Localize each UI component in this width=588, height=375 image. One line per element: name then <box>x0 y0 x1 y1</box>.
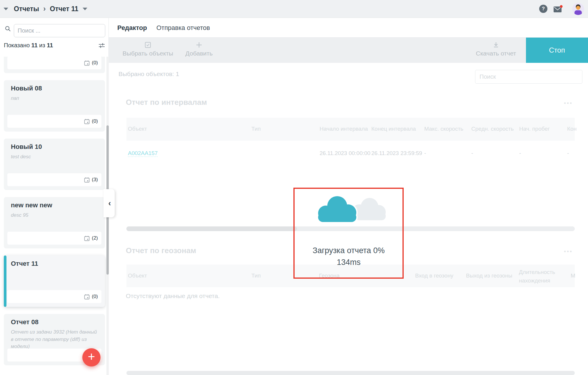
mail-icon <box>553 5 563 13</box>
select-objects-button[interactable]: Выбрать объекты <box>120 41 176 57</box>
column-header: Длительность нахождения <box>519 268 563 285</box>
column-header: Тип <box>251 273 261 279</box>
collapse-sidebar-button[interactable]: ‹ <box>103 189 115 217</box>
date-range-bar[interactable]: (0) <box>7 115 101 128</box>
add-label: Добавить <box>186 50 213 57</box>
column-header: Вход в геозону <box>415 273 453 279</box>
tab-bar: Редактор Отправка отчетов <box>109 18 588 38</box>
date-range-bar[interactable]: (2) <box>7 232 101 245</box>
filter-icon[interactable] <box>98 43 105 48</box>
selected-objects-info: Выбрано объектов: 1 <box>118 70 179 78</box>
table-search-input[interactable] <box>475 70 582 84</box>
main-panel: Редактор Отправка отчетов Выбрать объект… <box>109 18 588 375</box>
horizontal-scrollbar[interactable] <box>126 371 575 375</box>
shown-counter-row: Показано 11 из 11 <box>4 42 105 49</box>
question-icon: ? <box>542 6 545 12</box>
report-card[interactable]: Новый 08 пап (0) <box>4 80 105 132</box>
column-header: Начало интервала <box>320 126 368 132</box>
stop-label: Стоп <box>549 46 565 54</box>
plus-icon <box>196 41 203 48</box>
report-card-desc: Отчет из задачи 3932 (Нет данный в отчет… <box>11 329 100 350</box>
menu-caret-icon[interactable] <box>4 8 8 10</box>
calendar-icon <box>84 236 90 241</box>
report-card-selected[interactable]: Отчет 11 (0) <box>4 255 105 307</box>
notifications-button[interactable] <box>553 5 563 13</box>
report-card-list: (0) Новый 08 пап (0) Новый 10 <box>0 57 108 375</box>
report-card-desc: desc 95 <box>11 212 100 219</box>
empty-data-message: Отсутствуют данные для отчета. <box>126 292 220 300</box>
unread-badge <box>560 5 563 8</box>
calendar-icon <box>84 60 90 66</box>
intervals-section-title: Отчет по интервалам <box>126 98 207 107</box>
user-avatar[interactable] <box>572 3 584 15</box>
report-card[interactable]: Новый 10 test desc (3) <box>4 139 105 190</box>
help-button[interactable]: ? <box>539 5 547 13</box>
add-report-fab[interactable]: + <box>82 348 101 366</box>
period-count: (0) <box>92 60 98 66</box>
report-card-title: Отчет 11 <box>11 260 38 268</box>
breadcrumb-current-report[interactable]: Отчет 11 <box>50 5 78 13</box>
stop-button[interactable]: Стоп <box>526 38 588 63</box>
geozones-menu-icon[interactable]: ••• <box>564 248 573 255</box>
table-row: A002AA157 26.11.2023 00:00:00 26.11.2023… <box>126 141 575 167</box>
table-cell: - <box>471 150 473 157</box>
object-link[interactable]: A002AA157 <box>128 150 158 157</box>
column-header: Тип <box>251 126 261 132</box>
column-header: Нач. пробег <box>519 126 550 132</box>
shown-counter: Показано 11 из 11 <box>4 42 53 49</box>
horizontal-scrollbar-thumb[interactable] <box>126 226 297 231</box>
table-cell: - <box>519 150 521 157</box>
chevron-right-icon: › <box>43 5 46 14</box>
loading-elapsed-text: 134ms <box>290 258 407 267</box>
column-header: М <box>571 273 575 279</box>
sidebar-search-input[interactable] <box>14 24 105 37</box>
column-header: Геозона <box>319 273 340 279</box>
report-card-desc: пап <box>11 95 100 102</box>
report-card-partial[interactable]: (0) <box>4 57 105 73</box>
date-range-bar[interactable]: (0) <box>7 290 101 303</box>
chevron-left-icon: ‹ <box>108 199 111 208</box>
intervals-table-header: Объект Тип Начало интервала Конец интерв… <box>126 118 575 141</box>
geozones-section-title: Отчет по геозонам <box>126 246 196 255</box>
column-header: Макс. скорость <box>424 126 463 132</box>
report-dropdown-caret-icon[interactable] <box>83 8 87 10</box>
report-card-title: Новый 10 <box>11 143 42 151</box>
report-content: Выбрано объектов: 1 Отчет по интервалам … <box>109 63 588 375</box>
teal-cloud-fill <box>318 196 356 222</box>
tab-editor[interactable]: Редактор <box>117 18 147 38</box>
geozones-table-header: Объект Тип Геозона Вход в геозону Выход … <box>126 265 575 287</box>
checkbox-icon <box>144 41 151 48</box>
calendar-icon <box>84 177 90 183</box>
avatar-icon <box>572 3 584 15</box>
column-header: Объект <box>128 126 147 132</box>
download-report-button[interactable]: Скачать отчет <box>471 41 521 57</box>
table-cell: - <box>567 150 569 157</box>
column-header: Конец интервала <box>371 126 416 132</box>
report-card-title: Новый 08 <box>11 85 42 92</box>
tab-report-sending[interactable]: Отправка отчетов <box>156 18 210 38</box>
intervals-menu-icon[interactable]: ••• <box>564 100 573 107</box>
top-bar: Отчеты › Отчет 11 ? <box>0 0 588 18</box>
period-count: (2) <box>92 235 98 241</box>
report-card-desc: test desc <box>11 153 100 161</box>
table-cell: 26.11.2023 23:59:59 <box>371 150 422 157</box>
reports-sidebar: Показано 11 из 11 (0) <box>0 18 109 375</box>
download-icon <box>492 41 500 48</box>
table-cell: 26.11.2023 00:00:00 <box>320 150 370 157</box>
add-button[interactable]: Добавить <box>183 41 215 57</box>
toolbar: Выбрать объекты Добавить Скачать отчет С… <box>109 38 588 63</box>
period-count: (3) <box>92 177 98 183</box>
report-card-title: new new new <box>11 201 52 209</box>
breadcrumb: Отчеты › Отчет 11 <box>14 0 87 18</box>
breadcrumb-reports[interactable]: Отчеты <box>14 5 39 13</box>
date-range-bar[interactable]: (3) <box>7 173 101 186</box>
period-count: (0) <box>92 294 98 300</box>
select-objects-label: Выбрать объекты <box>123 50 173 57</box>
column-header: Объект <box>128 273 147 279</box>
column-header: Кон <box>567 126 577 132</box>
search-icon <box>5 26 11 32</box>
column-header: Выход из геозоны <box>466 273 512 279</box>
period-count: (0) <box>92 118 98 124</box>
report-card[interactable]: new new new desc 95 (2) <box>4 197 105 248</box>
date-range-bar[interactable]: (0) <box>7 57 101 69</box>
